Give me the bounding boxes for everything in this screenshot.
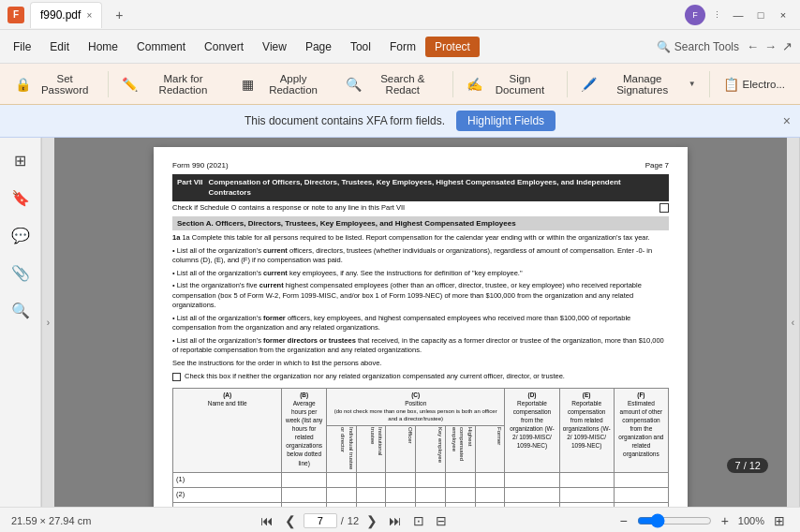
col-e-header: (E) Reportable compensation from related…: [559, 388, 614, 472]
mark-redact-icon: ✏️: [122, 77, 138, 92]
zoom-level: 100%: [738, 515, 764, 526]
para-1a-label: 1a: [172, 233, 182, 242]
toolbar-divider-4: [709, 71, 710, 97]
sidebar-attachment-icon[interactable]: 📎: [6, 258, 36, 288]
compensation-table: (A) Name and title (B) Average hours per…: [172, 388, 669, 507]
search-redact-button[interactable]: 🔍 Search & Redact: [338, 69, 447, 99]
menu-page[interactable]: Page: [296, 37, 341, 57]
search-redact-icon: 🔍: [346, 77, 362, 92]
title-bar: F f990.pdf × + F ⋮ — □ ×: [0, 0, 800, 30]
search-tools-label: Search Tools: [674, 40, 739, 53]
menu-file[interactable]: File: [4, 37, 40, 57]
section-a-text: Section A. Officers, Directors, Trustees…: [177, 219, 516, 228]
set-password-button[interactable]: 🔒 Set Password: [7, 69, 102, 99]
col-d-header: (D) Reportable compensation from the org…: [505, 388, 559, 472]
title-bar-left: F f990.pdf × +: [7, 2, 130, 28]
para-1a-text: 1a Complete this table for all persons r…: [182, 233, 649, 242]
dropdown-arrow-icon: ▼: [689, 80, 696, 88]
search-tools-icon: 🔍: [657, 40, 671, 53]
app-icon: F: [7, 7, 24, 23]
para-1a: 1a 1a Complete this table for all person…: [172, 233, 669, 244]
electronic-label: Electro...: [743, 79, 785, 90]
search-redact-label: Search & Redact: [365, 73, 439, 96]
table-row-1: (1): [173, 472, 669, 487]
document-area: Form 990 (2021) Page 7 Part VII Compensa…: [54, 138, 787, 507]
total-pages: 12: [348, 515, 359, 526]
checkbox-label: Check this box if neither the organizati…: [185, 372, 565, 382]
menu-home[interactable]: Home: [79, 37, 127, 57]
menu-protect[interactable]: Protect: [425, 37, 480, 57]
checkbox-row: Check this box if neither the organizati…: [172, 372, 669, 382]
page-badge: 7 / 12: [727, 458, 768, 473]
sidebar-bookmark-icon[interactable]: 🔖: [6, 183, 36, 213]
sign-document-button[interactable]: ✍️ Sign Document: [459, 69, 560, 99]
part-title: Compensation of Officers, Directors, Tru…: [209, 177, 664, 198]
sidebar-pages-icon[interactable]: ⊞: [6, 145, 36, 175]
maximize-button[interactable]: □: [751, 6, 770, 24]
xfa-banner: This document contains XFA form fields. …: [0, 105, 800, 138]
avatar: F: [685, 5, 705, 25]
zoom-out-button[interactable]: −: [615, 511, 630, 530]
first-page-button[interactable]: ⏮: [257, 511, 277, 530]
page-input[interactable]: [304, 513, 337, 528]
menu-form[interactable]: Form: [380, 37, 425, 57]
new-tab-button[interactable]: +: [108, 4, 130, 26]
electronic-icon: 📋: [723, 77, 739, 92]
highlight-fields-button[interactable]: Highlight Fields: [456, 111, 556, 131]
page-header-row: Form 990 (2021) Page 7: [172, 160, 669, 170]
part-header: Part VII Compensation of Officers, Direc…: [172, 174, 669, 200]
col-b-header: (B) Average hours per week (list any hou…: [282, 388, 327, 472]
page-separator: /: [341, 515, 344, 526]
apply-redaction-button[interactable]: ▦ Apply Redaction: [234, 69, 336, 99]
pos-col-1: Individual trustee or director: [326, 425, 356, 472]
mark-redaction-button[interactable]: ✏️ Mark for Redaction: [114, 69, 232, 99]
set-password-label: Set Password: [35, 73, 95, 96]
mark-redaction-label: Mark for Redaction: [141, 73, 225, 96]
col-c-header: (C) Position (do not check more than one…: [326, 388, 504, 425]
search-tools-button[interactable]: 🔍 Search Tools: [649, 40, 747, 53]
nav-forward-icon[interactable]: →: [764, 39, 777, 53]
xfa-close-button[interactable]: ×: [783, 113, 791, 128]
sidebar-comment-icon[interactable]: 💬: [6, 220, 36, 250]
close-button[interactable]: ×: [774, 6, 793, 24]
right-collapse-handle[interactable]: ‹: [787, 138, 800, 507]
nav-back-icon[interactable]: ←: [747, 39, 759, 53]
sidebar-search-icon[interactable]: 🔍: [6, 295, 36, 325]
part-label: Part VII: [177, 177, 203, 187]
menu-convert[interactable]: Convert: [195, 37, 253, 57]
view-mode-button[interactable]: ⊞: [770, 511, 789, 530]
signature-icon: 🖊️: [581, 77, 597, 92]
schedule-checkbox: [659, 203, 669, 213]
menu-comment[interactable]: Comment: [127, 37, 195, 57]
last-page-button[interactable]: ⏭: [385, 511, 406, 530]
fit-page-button[interactable]: ⊡: [409, 511, 428, 530]
bullet-5: • List all of the organization's former …: [172, 336, 669, 356]
zoom-slider[interactable]: [637, 513, 712, 528]
electronic-button[interactable]: 📋 Electro...: [716, 73, 793, 96]
document-tab[interactable]: f990.pdf ×: [30, 2, 102, 28]
tab-close-icon[interactable]: ×: [86, 10, 92, 21]
form-label: Form 990 (2021): [172, 160, 229, 170]
external-link-icon[interactable]: ↗: [782, 39, 793, 53]
main-layout: ⊞ 🔖 💬 📎 🔍 › Form 990 (2021) Page 7 Part …: [0, 138, 800, 507]
minimize-button[interactable]: —: [729, 6, 748, 24]
next-page-button[interactable]: ❯: [363, 511, 381, 530]
menu-tool[interactable]: Tool: [341, 37, 380, 57]
schedule-note-row: Check if Schedule O contains a response …: [172, 203, 669, 214]
left-collapse-handle[interactable]: ›: [41, 138, 54, 507]
pos-col-5: Highest compensated employee: [445, 425, 475, 472]
toolbar-divider-1: [108, 71, 109, 97]
zoom-in-button[interactable]: +: [718, 511, 733, 530]
menu-edit[interactable]: Edit: [40, 37, 79, 57]
menu-view[interactable]: View: [253, 37, 296, 57]
col-f-header: (F) Estimated amount of other compensati…: [614, 388, 668, 472]
sign-icon: ✍️: [467, 77, 482, 92]
dimensions-label: 21.59 × 27.94 cm: [11, 515, 91, 526]
manage-signatures-label: Manage Signatures: [600, 73, 685, 96]
pos-col-6: Former: [475, 425, 505, 472]
toolbar-divider-2: [452, 71, 453, 97]
prev-page-button[interactable]: ❮: [281, 511, 300, 530]
pos-col-3: Officer: [386, 425, 416, 472]
fit-width-button[interactable]: ⊟: [432, 511, 451, 530]
manage-signatures-button[interactable]: 🖊️ Manage Signatures ▼: [573, 69, 704, 99]
